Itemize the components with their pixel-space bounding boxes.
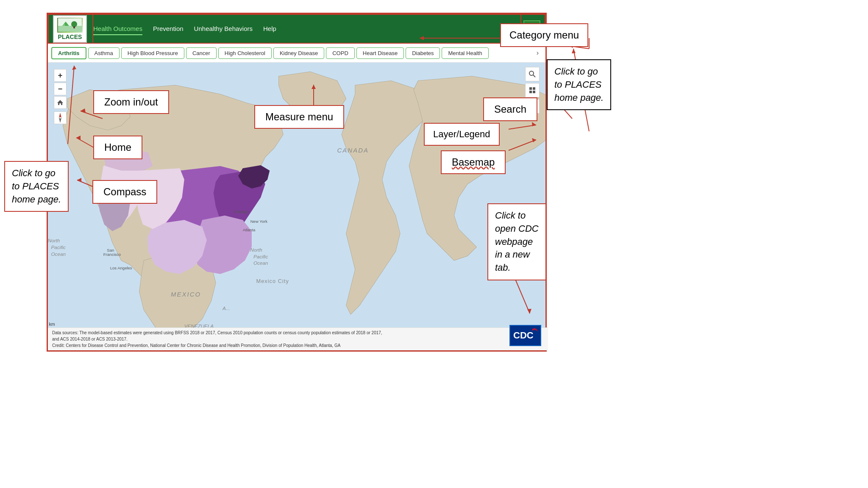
places-logo-label-left: Click to goto PLACEShome page. (12, 168, 61, 205)
zoom-annotation: Zoom in/out (93, 90, 169, 114)
svg-text:New York: New York (250, 219, 267, 224)
svg-point-4 (71, 21, 77, 27)
svg-rect-1 (58, 26, 82, 32)
svg-text:Chicago: Chicago (234, 209, 248, 214)
svg-marker-30 (57, 100, 63, 105)
svg-text:CANADA: CANADA (337, 147, 369, 154)
svg-marker-67 (572, 49, 576, 53)
tabs-bar: Arthritis Asthma High Blood Pressure Can… (48, 44, 545, 63)
tab-kidney-disease[interactable]: Kidney Disease (273, 47, 324, 59)
basemap-annotation: Basemap (441, 150, 506, 174)
tab-diabetes[interactable]: Diabetes (406, 47, 440, 59)
measure-menu-annotation: Measure menu (254, 105, 344, 129)
cdc-annotation: Click toopen CDCwebpagein a newtab. (487, 203, 546, 280)
search-label: Search (494, 103, 526, 115)
svg-text:A...: A... (222, 305, 230, 311)
svg-text:Ocean: Ocean (51, 251, 66, 257)
svg-marker-32 (59, 118, 61, 123)
tab-high-cholesterol[interactable]: High Cholesterol (218, 47, 272, 59)
svg-marker-31 (59, 113, 61, 118)
nav-help[interactable]: Help (263, 23, 276, 35)
svg-text:Pacific: Pacific (51, 244, 66, 250)
tab-high-blood-pressure[interactable]: High Blood Pressure (121, 47, 184, 59)
home-icon (57, 99, 64, 106)
svg-text:Pacific: Pacific (253, 254, 268, 259)
svg-rect-3 (63, 24, 65, 26)
svg-rect-38 (533, 91, 535, 93)
nav-unhealthy-behaviors[interactable]: Unhealthy Behaviors (194, 23, 253, 35)
home-button[interactable] (54, 96, 67, 109)
category-menu-label: Category menu (509, 29, 579, 41)
logo-image (57, 18, 83, 33)
compass-label: Compass (103, 186, 146, 197)
svg-text:Los Angeles: Los Angeles (110, 266, 132, 270)
search-annotation: Search (483, 97, 537, 121)
nav-bar: PLACES Health Outcomes Prevention Unheal… (48, 14, 545, 44)
footer-bar: Data sources: The model-based estimates … (48, 327, 548, 350)
layer-legend-button[interactable] (525, 83, 540, 97)
footer-line3: Credit: Centers for Disease Control and … (52, 342, 544, 349)
svg-text:San: San (107, 248, 114, 252)
zoom-in-button[interactable]: + (54, 69, 67, 82)
compass-annotation: Compass (92, 180, 157, 204)
nav-links: Health Outcomes Prevention Unhealthy Beh… (93, 23, 523, 35)
places-home-annotation-right: Click to goto PLACEShome page. (547, 59, 611, 110)
tab-cancer[interactable]: Cancer (186, 47, 217, 59)
logo-text: PLACES (58, 33, 82, 40)
tab-copd[interactable]: COPD (326, 47, 355, 59)
svg-text:2000 km: 2000 km (48, 322, 55, 327)
svg-text:MEXICO: MEXICO (171, 291, 201, 298)
places-logo-annotation-left: Click to goto PLACEShome page. (4, 161, 69, 212)
nav-health-outcomes[interactable]: Health Outcomes (93, 23, 142, 35)
svg-text:Ocean: Ocean (253, 260, 268, 266)
cdc-logo[interactable]: CDC (509, 325, 541, 346)
svg-rect-36 (533, 87, 535, 90)
footer-line1: Data sources: The model-based estimates … (52, 330, 544, 336)
svg-point-33 (529, 71, 534, 75)
measure-menu-label: Measure menu (265, 111, 333, 122)
layer-legend-annotation: Layer/Legend (424, 123, 500, 146)
cdc-label: Click toopen CDCwebpagein a newtab. (495, 210, 539, 273)
svg-line-34 (533, 75, 535, 77)
svg-text:Mexico City: Mexico City (256, 278, 289, 284)
svg-rect-5 (73, 26, 75, 28)
compass-button[interactable] (54, 111, 67, 124)
basemap-label: Basemap (452, 156, 495, 168)
tab-asthma[interactable]: Asthma (88, 47, 120, 59)
search-icon (529, 70, 536, 78)
svg-text:North: North (48, 238, 60, 243)
svg-rect-37 (529, 91, 532, 93)
tab-heart-disease[interactable]: Heart Disease (356, 47, 404, 59)
places-logo[interactable]: PLACES (53, 15, 87, 43)
svg-text:Atlanta: Atlanta (243, 227, 256, 232)
cdc-logo-image: CDC (512, 327, 539, 344)
svg-text:Francisco: Francisco (103, 252, 121, 257)
svg-text:North: North (250, 247, 262, 252)
category-menu-annotation: Category menu (500, 23, 588, 47)
footer-line2: and ACS 2014-2018 or ACS 2013-2017. (52, 336, 544, 342)
tabs-next-arrow[interactable]: › (533, 47, 542, 58)
places-home-label-right: Click to goto PLACEShome page. (554, 66, 604, 103)
nav-prevention[interactable]: Prevention (153, 23, 184, 35)
zoom-label: Zoom in/out (104, 96, 158, 108)
svg-text:CDC: CDC (513, 330, 534, 341)
svg-rect-35 (529, 87, 532, 90)
tab-arthritis[interactable]: Arthritis (51, 47, 86, 59)
layers-icon (529, 86, 536, 94)
tab-mental-health[interactable]: Mental Health (442, 47, 488, 59)
layer-legend-label: Layer/Legend (433, 129, 490, 139)
zoom-out-button[interactable]: − (54, 83, 67, 95)
home-label: Home (104, 141, 131, 153)
compass-icon (56, 113, 64, 123)
search-button[interactable] (525, 67, 540, 81)
home-annotation: Home (93, 136, 142, 159)
map-controls: + − (54, 69, 67, 124)
